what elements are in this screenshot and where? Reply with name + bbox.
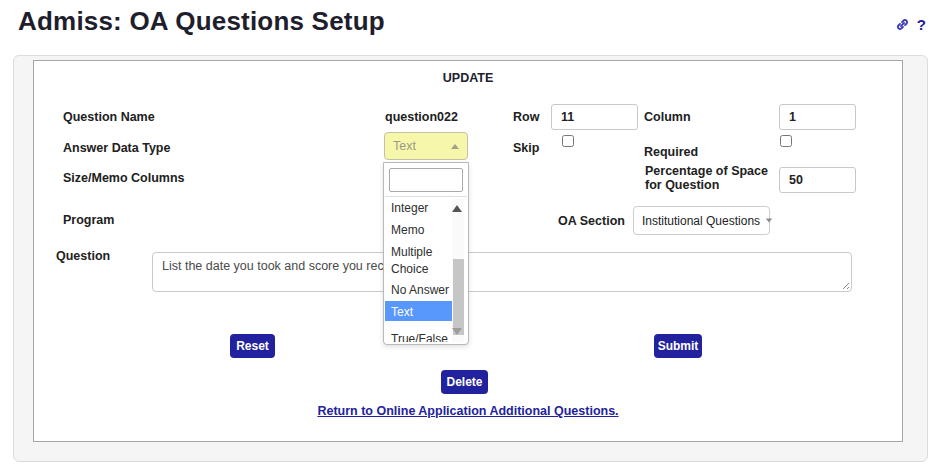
footer: Return to Online Application Additional … bbox=[33, 401, 903, 419]
dropdown-option-list: Integer Memo Multiple Choice No Answer T… bbox=[385, 196, 467, 342]
question-name-value: question022 bbox=[385, 110, 458, 124]
submit-button[interactable]: Submit bbox=[654, 334, 702, 358]
dropdown-option-true-false[interactable]: True/False bbox=[385, 328, 452, 342]
required-checkbox[interactable] bbox=[780, 135, 792, 147]
dropdown-option-integer[interactable]: Integer bbox=[385, 197, 452, 220]
dropdown-option-memo[interactable]: Memo bbox=[385, 219, 452, 242]
scroll-up-arrow-icon[interactable] bbox=[452, 205, 462, 212]
column-label: Column bbox=[644, 110, 691, 124]
chevron-down-icon bbox=[766, 219, 772, 223]
question-label: Question bbox=[56, 249, 110, 263]
help-icon[interactable]: ? bbox=[917, 16, 926, 33]
row-label: Row bbox=[513, 110, 539, 124]
answer-data-type-value: Text bbox=[393, 139, 451, 153]
question-name-label: Question Name bbox=[63, 110, 155, 124]
column-input[interactable] bbox=[779, 104, 856, 130]
oa-section-value: Institutional Questions bbox=[642, 214, 760, 228]
resize-grip-icon[interactable] bbox=[840, 280, 849, 289]
delete-button[interactable]: Delete bbox=[441, 370, 488, 394]
scroll-down-arrow-icon[interactable] bbox=[452, 328, 462, 335]
reset-button[interactable]: Reset bbox=[230, 334, 275, 358]
scrollbar-thumb[interactable] bbox=[453, 259, 464, 335]
return-link[interactable]: Return to Online Application Additional … bbox=[317, 404, 618, 418]
panel-title: UPDATE bbox=[33, 71, 903, 85]
answer-data-type-dropdown: Integer Memo Multiple Choice No Answer T… bbox=[383, 162, 469, 345]
permalink-icon[interactable] bbox=[895, 17, 910, 32]
answer-data-type-select[interactable]: Text bbox=[384, 132, 468, 160]
row-input[interactable] bbox=[551, 104, 638, 130]
size-memo-columns-label: Size/Memo Columns bbox=[63, 171, 185, 185]
program-label: Program bbox=[63, 213, 114, 227]
header-icons: ? bbox=[895, 16, 926, 33]
dropdown-search-input[interactable] bbox=[389, 168, 463, 192]
chevron-up-icon bbox=[451, 144, 459, 149]
question-textarea[interactable]: List the date you took and score you rec… bbox=[152, 252, 852, 292]
skip-checkbox[interactable] bbox=[562, 135, 574, 147]
required-label: Required bbox=[644, 145, 698, 159]
dropdown-option-multiple-choice[interactable]: Multiple Choice bbox=[385, 241, 452, 282]
page-title: Admiss: OA Questions Setup bbox=[18, 6, 385, 37]
percentage-input[interactable] bbox=[779, 167, 856, 193]
percentage-of-space-label: Percentage of Space for Question bbox=[645, 164, 781, 193]
skip-label: Skip bbox=[513, 141, 539, 155]
oa-section-select[interactable]: Institutional Questions bbox=[633, 206, 770, 235]
answer-data-type-label: Answer Data Type bbox=[63, 141, 170, 155]
dropdown-option-text-selected[interactable]: Text bbox=[385, 301, 452, 321]
oa-section-label: OA Section bbox=[558, 214, 625, 228]
oa-questions-setup-screen: Admiss: OA Questions Setup ? UPDATE Ques… bbox=[0, 0, 936, 474]
dropdown-option-no-answer[interactable]: No Answer bbox=[385, 279, 452, 302]
